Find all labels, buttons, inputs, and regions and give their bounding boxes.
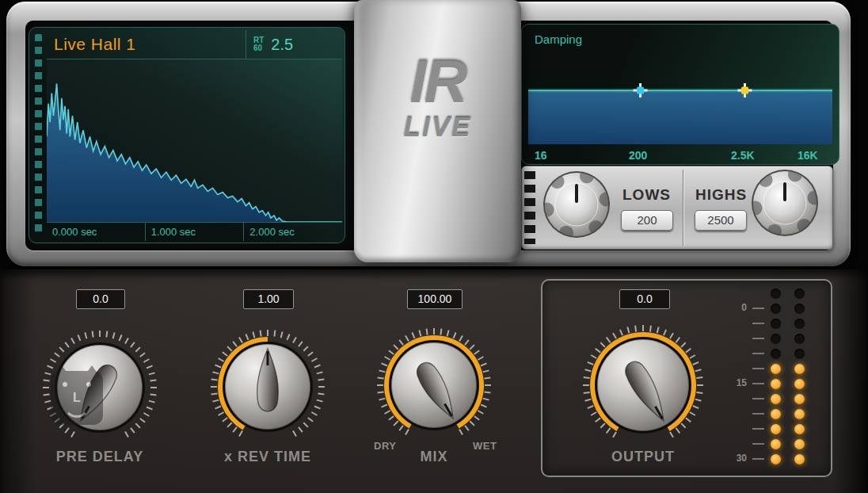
meter-led	[771, 379, 781, 389]
meter-led	[771, 304, 781, 314]
output-label: OUTPUT	[572, 449, 714, 465]
meter-scale-label: 15	[733, 377, 747, 388]
logo-live-text: LIVE	[354, 113, 521, 140]
meter-tick	[752, 428, 764, 430]
output-value[interactable]: 0.0	[619, 289, 670, 309]
pre-delay-label: PRE DELAY	[29, 449, 171, 465]
logo-ir-text: IR	[354, 52, 521, 111]
meter-tick	[752, 443, 764, 445]
meter-led	[771, 409, 781, 419]
highs-value-button[interactable]: 2500	[695, 210, 747, 231]
pre-delay-knob[interactable]	[36, 324, 163, 454]
impulse-response-display: Live Hall 1 RT 60 2.5 0.000 s	[29, 27, 345, 243]
meter-tick	[752, 323, 764, 324]
meter-led	[794, 319, 805, 329]
lows-knob[interactable]	[540, 168, 613, 241]
rt60-label-bottom: 60	[253, 44, 264, 52]
mix-knob[interactable]	[371, 322, 497, 452]
meter-led	[794, 289, 805, 299]
plugin-window: Live Hall 1 RT 60 2.5 0.000 s	[0, 0, 868, 493]
time-label-0: 0.000 sec	[47, 223, 146, 241]
mix-wet-label: WET	[473, 440, 497, 452]
meter-led	[771, 394, 781, 404]
meter-led	[771, 439, 781, 449]
highs-label: HIGHS	[695, 186, 747, 204]
mix-value[interactable]: 100.00	[407, 289, 463, 309]
meter-tick	[752, 308, 764, 309]
meter-led	[794, 349, 805, 359]
freq-label-16K: 16K	[798, 149, 818, 162]
time-label-2: 2.000 sec	[244, 223, 342, 241]
output-knob[interactable]	[575, 317, 711, 457]
display-header: Live Hall 1 RT 60 2.5	[47, 30, 342, 59]
meter-led	[771, 454, 781, 464]
top-section: Live Hall 1 RT 60 2.5 0.000 s	[0, 0, 868, 269]
lows-label: LOWS	[622, 186, 671, 204]
lows-value-button[interactable]: 200	[621, 210, 673, 231]
meter-tick	[752, 368, 764, 369]
meter-led	[794, 334, 805, 344]
rt60-value: 2.5	[271, 36, 293, 54]
highs-knob[interactable]	[748, 166, 821, 239]
time-axis: 0.000 sec 1.000 sec 2.000 sec	[47, 222, 342, 241]
rev-time-value[interactable]: 1.00	[243, 289, 294, 309]
film-strip-teal-icon	[35, 34, 42, 236]
time-label-1: 1.000 sec	[146, 223, 245, 241]
preset-name[interactable]: Live Hall 1	[47, 30, 246, 59]
meter-led	[794, 364, 805, 374]
rt60-label: RT 60	[253, 36, 264, 52]
ir-live-logo-plate: IR LIVE	[354, 0, 521, 262]
meter-led	[771, 424, 781, 434]
freq-label-200: 200	[629, 149, 647, 162]
meter-led	[771, 289, 781, 299]
ir-live-logo: IR LIVE	[354, 52, 521, 140]
meter-tick	[752, 383, 764, 384]
meter-tick	[752, 413, 764, 415]
meter-led	[794, 379, 805, 389]
meter-tick	[752, 338, 764, 339]
meter-scale-label: 0	[733, 302, 747, 313]
panel-divider	[683, 170, 683, 246]
meter-scale-label: 30	[733, 453, 747, 464]
meter-tick	[752, 398, 764, 399]
meter-led	[794, 454, 805, 464]
control-section: 0.0 1.00 100.00 0.0	[0, 269, 868, 493]
output-level-meter: 01530	[733, 285, 820, 476]
meter-led	[794, 424, 805, 434]
damping-title: Damping	[535, 32, 582, 46]
rt60-cell[interactable]: RT 60 2.5	[246, 30, 342, 59]
mix-dry-label: DRY	[374, 440, 396, 452]
rev-time-knob[interactable]	[204, 323, 331, 453]
freq-label-16: 16	[535, 149, 547, 162]
meter-tick	[752, 458, 764, 460]
meter-led	[794, 409, 805, 419]
meter-led	[771, 364, 781, 374]
meter-led	[794, 394, 805, 404]
film-strip-dark-icon	[524, 171, 535, 244]
damping-display: Damping 162002.5K16K	[521, 24, 839, 165]
freq-label-2.5K: 2.5K	[731, 149, 755, 162]
meter-led	[771, 334, 781, 344]
damping-controls-panel: LOWS 200 HIGHS 2500	[521, 166, 833, 250]
meter-led	[771, 349, 781, 359]
pre-delay-value[interactable]: 0.0	[76, 289, 125, 309]
meter-led	[794, 304, 805, 314]
waveform-plot	[47, 59, 342, 222]
rev-time-label: x REV TIME	[196, 449, 339, 465]
meter-led	[794, 439, 805, 449]
meter-tick	[752, 353, 764, 354]
meter-led	[771, 319, 781, 329]
